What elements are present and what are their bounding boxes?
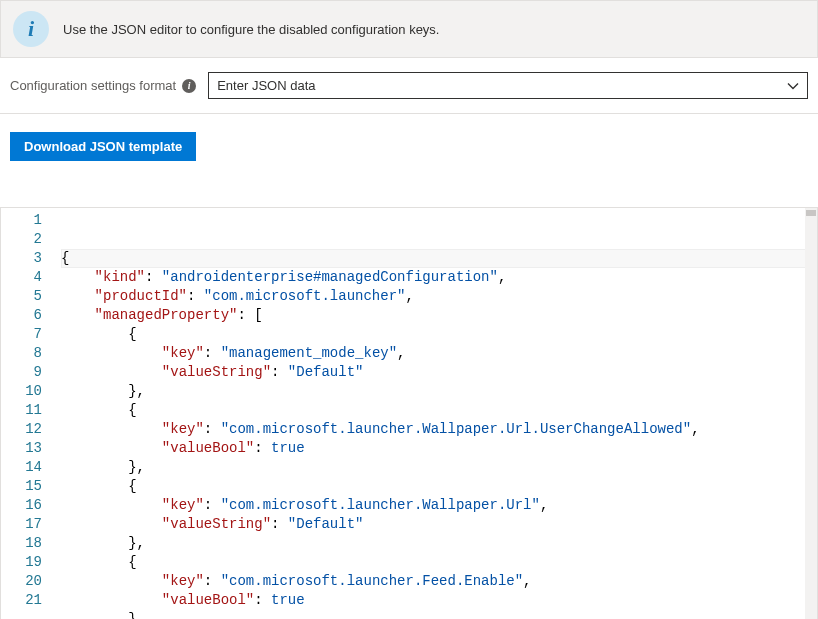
config-format-select[interactable]: Enter JSON data (208, 72, 808, 99)
editor-scrollbar[interactable] (805, 208, 817, 619)
json-editor[interactable]: 123456789101112131415161718192021 { "kin… (0, 207, 818, 619)
config-format-selected: Enter JSON data (217, 78, 315, 93)
editor-code[interactable]: { "kind": "androidenterprise#managedConf… (61, 208, 817, 619)
editor-gutter: 123456789101112131415161718192021 (1, 208, 61, 619)
download-json-template-button[interactable]: Download JSON template (10, 132, 196, 161)
chevron-down-icon (787, 80, 799, 92)
info-banner: i Use the JSON editor to configure the d… (0, 0, 818, 58)
config-format-row: Configuration settings format i Enter JS… (0, 58, 818, 114)
info-hint-icon[interactable]: i (182, 79, 196, 93)
editor-scrollbar-thumb[interactable] (806, 210, 816, 216)
info-banner-text: Use the JSON editor to configure the dis… (63, 22, 440, 37)
info-icon: i (13, 11, 49, 47)
config-format-label: Configuration settings format (10, 78, 176, 93)
